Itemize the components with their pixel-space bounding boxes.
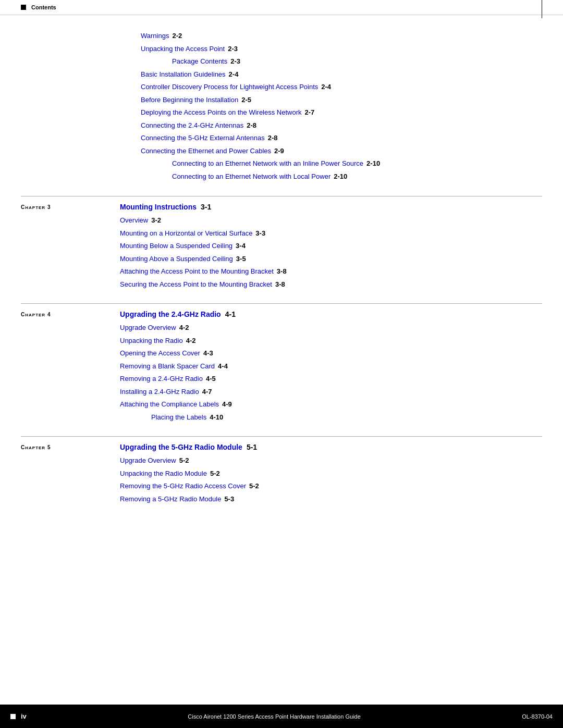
toc-entry: Removing the 5-GHz Radio Access Cover 5-…: [120, 481, 259, 491]
chapter-3-divider: [21, 196, 542, 196]
toc-link[interactable]: Connecting the 5-GHz External Antennas: [141, 133, 265, 143]
toc-link[interactable]: Mounting on a Horizontal or Vertical Sur…: [120, 228, 252, 239]
footer-page-number: iv: [21, 712, 27, 720]
chapter-5-content: Upgrading the 5-GHz Radio Module 5-1 Upg…: [120, 443, 259, 507]
toc-link[interactable]: Attaching the Access Point to the Mounti…: [120, 266, 274, 277]
toc-page: 2-8: [247, 120, 256, 131]
toc-link[interactable]: Package Contents: [172, 56, 227, 67]
toc-entry: Upgrade Overview 5-2: [120, 455, 259, 466]
top-right-line: [542, 0, 542, 18]
toc-entry: Connecting the Ethernet and Power Cables…: [141, 146, 542, 156]
toc-link[interactable]: Connecting to an Ethernet Network with L…: [172, 171, 331, 182]
toc-entry: Mounting Above a Suspended Ceiling 3-5: [120, 254, 287, 264]
chapter-4-row: CHAPTER 4 Upgrading the 2.4-GHz Radio 4-…: [21, 310, 542, 425]
toc-entry: Installing a 2.4-GHz Radio 4-7: [120, 387, 236, 397]
chapter-3-content: Mounting Instructions 3-1 Overview 3-2 M…: [120, 203, 287, 292]
toc-entry: Warnings 2-2: [141, 31, 542, 41]
toc-page: 2-4: [321, 82, 331, 92]
toc-link[interactable]: Removing a 2.4-GHz Radio: [120, 374, 203, 384]
toc-entry: Removing a 5-GHz Radio Module 5-3: [120, 494, 259, 504]
toc-entry: Unpacking the Access Point 2-3: [141, 44, 542, 54]
chapter-4-title-link[interactable]: Upgrading the 2.4-GHz Radio: [120, 310, 221, 318]
toc-page: 3-3: [255, 228, 265, 239]
toc-page: 4-10: [210, 412, 223, 423]
chapter-3-page: 3-1: [201, 203, 211, 211]
footer-square-icon: [10, 714, 16, 719]
footer-right-text: OL-8370-04: [522, 713, 553, 720]
chapter-5-title-link[interactable]: Upgrading the 5-GHz Radio Module: [120, 443, 242, 451]
chapter-3-label: CHAPTER 3: [21, 204, 51, 210]
chapter-3-title-link[interactable]: Mounting Instructions: [120, 203, 197, 211]
toc-link[interactable]: Upgrade Overview: [120, 323, 176, 333]
toc-page: 3-8: [277, 266, 287, 277]
toc-link[interactable]: Unpacking the Radio Module: [120, 468, 207, 479]
toc-link[interactable]: Basic Installation Guidelines: [141, 69, 226, 80]
chapter-3-row: CHAPTER 3 Mounting Instructions 3-1 Over…: [21, 203, 542, 292]
toc-link[interactable]: Warnings: [141, 31, 169, 41]
toc-link[interactable]: Before Beginning the Installation: [141, 95, 238, 105]
toc-link[interactable]: Unpacking the Radio: [120, 336, 183, 346]
toc-entry: Controller Discovery Process for Lightwe…: [141, 82, 542, 92]
toc-page: 5-2: [210, 468, 220, 479]
toc-entry: Deploying the Access Points on the Wirel…: [141, 107, 542, 118]
toc-link[interactable]: Connecting the 2.4-GHz Antennas: [141, 120, 243, 131]
chapter-4-label-area: CHAPTER 4: [21, 310, 120, 318]
content-area: Warnings 2-2 Unpacking the Access Point …: [0, 15, 563, 538]
toc-entry: Unpacking the Radio Module 5-2: [120, 468, 259, 479]
chapter-4-title-row: Upgrading the 2.4-GHz Radio 4-1: [120, 310, 236, 318]
toc-page: 2-3: [228, 44, 238, 54]
toc-link[interactable]: Upgrade Overview: [120, 455, 176, 466]
toc-link[interactable]: Removing the 5-GHz Radio Access Cover: [120, 481, 246, 491]
toc-page: 2-10: [334, 171, 347, 182]
footer-left: iv: [10, 712, 27, 720]
toc-entry: Attaching the Compliance Labels 4-9: [120, 399, 236, 410]
chapter-4-label: CHAPTER 4: [21, 312, 51, 317]
toc-page: 5-2: [179, 455, 189, 466]
toc-link[interactable]: Controller Discovery Process for Lightwe…: [141, 82, 318, 92]
toc-page: 4-5: [206, 374, 216, 384]
toc-link[interactable]: Attaching the Compliance Labels: [120, 399, 219, 410]
toc-entry: Mounting Below a Suspended Ceiling 3-4: [120, 241, 287, 251]
toc-entry: Opening the Access Cover 4-3: [120, 348, 236, 359]
toc-link[interactable]: Removing a 5-GHz Radio Module: [120, 494, 221, 504]
initial-toc-entries: Warnings 2-2 Unpacking the Access Point …: [21, 31, 542, 181]
page-container: Contents Warnings 2-2 Unpacking the Acce…: [0, 0, 563, 728]
toc-link[interactable]: Opening the Access Cover: [120, 348, 200, 359]
toc-link[interactable]: Deploying the Access Points on the Wirel…: [141, 107, 302, 118]
chapter-5-title-row: Upgrading the 5-GHz Radio Module 5-1: [120, 443, 259, 451]
toc-page: 2-4: [229, 69, 239, 80]
toc-page: 4-4: [218, 361, 228, 372]
toc-page: 2-7: [305, 107, 315, 118]
toc-link[interactable]: Connecting the Ethernet and Power Cables: [141, 146, 271, 156]
chapter-3-block: CHAPTER 3 Mounting Instructions 3-1 Over…: [21, 196, 542, 292]
toc-page: 3-8: [275, 279, 285, 290]
toc-link[interactable]: Installing a 2.4-GHz Radio: [120, 387, 199, 397]
toc-link[interactable]: Removing a Blank Spacer Card: [120, 361, 215, 372]
toc-page: 2-3: [230, 56, 240, 67]
toc-entry: Connecting to an Ethernet Network with L…: [172, 171, 542, 182]
toc-link[interactable]: Connecting to an Ethernet Network with a…: [172, 158, 363, 169]
toc-entry: Removing a Blank Spacer Card 4-4: [120, 361, 236, 372]
toc-entry: Connecting the 5-GHz External Antennas 2…: [141, 133, 542, 143]
footer-center-text: Cisco Aironet 1200 Series Access Point H…: [188, 713, 360, 720]
toc-link[interactable]: Overview: [120, 215, 148, 226]
toc-link[interactable]: Unpacking the Access Point: [141, 44, 225, 54]
toc-entry: Removing a 2.4-GHz Radio 4-5: [120, 374, 236, 384]
toc-page: 4-2: [186, 336, 196, 346]
toc-link[interactable]: Placing the Labels: [151, 412, 206, 423]
chapter-4-divider: [21, 303, 542, 304]
chapter-5-label: CHAPTER 5: [21, 445, 51, 450]
chapter-5-divider: [21, 436, 542, 437]
toc-link[interactable]: Mounting Below a Suspended Ceiling: [120, 241, 232, 251]
toc-page: 4-2: [179, 323, 189, 333]
toc-page: 5-2: [249, 481, 259, 491]
footer: iv Cisco Aironet 1200 Series Access Poin…: [0, 705, 563, 728]
toc-entry: Upgrade Overview 4-2: [120, 323, 236, 333]
toc-page: 4-7: [202, 387, 212, 397]
toc-link[interactable]: Mounting Above a Suspended Ceiling: [120, 254, 233, 264]
chapter-5-row: CHAPTER 5 Upgrading the 5-GHz Radio Modu…: [21, 443, 542, 507]
chapter-3-title-row: Mounting Instructions 3-1: [120, 203, 287, 211]
toc-link[interactable]: Securing the Access Point to the Mountin…: [120, 279, 272, 290]
toc-page: 2-2: [172, 31, 182, 41]
toc-page: 5-3: [224, 494, 234, 504]
